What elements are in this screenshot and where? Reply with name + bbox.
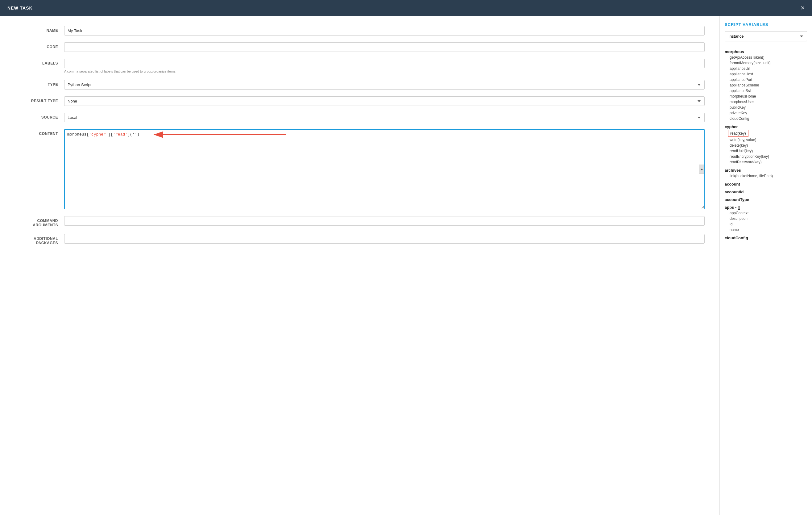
category-label: cloudConfig bbox=[725, 236, 807, 240]
modal-header: NEW TASK × bbox=[0, 0, 812, 16]
script-var-item[interactable]: morpheusUser bbox=[725, 99, 807, 105]
type-row: TYPE Python Script Shell Script PowerShe… bbox=[15, 80, 705, 89]
source-label: SOURCE bbox=[15, 113, 64, 119]
source-select[interactable]: Local Repository URL bbox=[64, 113, 705, 122]
script-variables-sidebar: SCRIPT VARIABLES instance morpheus accou… bbox=[720, 16, 812, 515]
type-control: Python Script Shell Script PowerShell Sc… bbox=[64, 80, 705, 89]
script-var-item[interactable]: readUuid(key) bbox=[725, 148, 807, 154]
script-var-item[interactable]: applianceScheme bbox=[725, 82, 807, 88]
command-args-row: COMMAND ARGUMENTS bbox=[15, 216, 705, 227]
result-type-row: RESULT TYPE None Value Exit Code bbox=[15, 96, 705, 106]
content-row: CONTENT morpheus['cypher']['read']('') ► bbox=[15, 129, 705, 209]
script-var-item[interactable]: publicKey bbox=[725, 105, 807, 110]
script-var-category-morpheus: morpheusgetApiAccessToken()formatMemory(… bbox=[725, 49, 807, 121]
source-control: Local Repository URL bbox=[64, 113, 705, 122]
script-var-category-cloudConfig: cloudConfig bbox=[725, 236, 807, 240]
script-variables-list: morpheusgetApiAccessToken()formatMemory(… bbox=[725, 49, 807, 240]
script-var-item[interactable]: name bbox=[725, 227, 807, 233]
script-var-item[interactable]: write(key, value) bbox=[725, 137, 807, 143]
category-label: account bbox=[725, 182, 807, 187]
category-label: apps - [] bbox=[725, 205, 807, 210]
command-args-label: COMMAND ARGUMENTS bbox=[15, 216, 64, 227]
category-label: morpheus bbox=[725, 49, 807, 54]
script-var-item[interactable]: link(bucketName, filePath) bbox=[725, 173, 807, 179]
command-args-control bbox=[64, 216, 705, 226]
category-label: accountId bbox=[725, 190, 807, 194]
category-label: archives bbox=[725, 168, 807, 172]
result-type-control: None Value Exit Code bbox=[64, 96, 705, 106]
script-var-item[interactable]: appliancePort bbox=[725, 77, 807, 82]
script-var-item[interactable]: readPassword(key) bbox=[725, 159, 807, 165]
code-control bbox=[64, 42, 705, 52]
script-var-item[interactable]: applianceSsl bbox=[725, 88, 807, 93]
script-var-item[interactable]: morpheusHome bbox=[725, 93, 807, 99]
name-label: NAME bbox=[15, 26, 64, 33]
script-var-item[interactable]: description bbox=[725, 216, 807, 221]
additional-packages-row: ADDITIONAL PACKAGES bbox=[15, 234, 705, 245]
script-var-item[interactable]: applianceHost bbox=[725, 71, 807, 77]
content-area: morpheus['cypher']['read']('') ► bbox=[64, 129, 705, 209]
category-label: accountType bbox=[725, 197, 807, 202]
type-select[interactable]: Python Script Shell Script PowerShell Sc… bbox=[64, 80, 705, 89]
category-label: cypher bbox=[725, 125, 807, 129]
labels-row: LABELS A comma separated list of labels … bbox=[15, 59, 705, 73]
modal-title: NEW TASK bbox=[7, 5, 33, 10]
close-button[interactable]: × bbox=[801, 5, 805, 11]
labels-helper: A comma separated list of labels that ca… bbox=[64, 70, 705, 73]
result-type-select[interactable]: None Value Exit Code bbox=[64, 96, 705, 106]
script-var-category-apps---: apps - []appContextdescriptionidname bbox=[725, 205, 807, 233]
script-var-item[interactable]: appContext bbox=[725, 210, 807, 216]
modal: NEW TASK × NAME CODE LABELS bbox=[0, 0, 812, 515]
script-var-item[interactable]: applianceUrl bbox=[725, 66, 807, 71]
sidebar-title: SCRIPT VARIABLES bbox=[725, 22, 807, 27]
modal-body: NAME CODE LABELS A comma separated list … bbox=[0, 16, 812, 515]
content-control: morpheus['cypher']['read']('') ► bbox=[64, 129, 705, 209]
type-label: TYPE bbox=[15, 80, 64, 87]
script-var-category-archives: archiveslink(bucketName, filePath) bbox=[725, 168, 807, 179]
script-var-item[interactable]: id bbox=[725, 221, 807, 227]
script-var-category-account: account bbox=[725, 182, 807, 187]
additional-packages-control bbox=[64, 234, 705, 244]
script-var-category-accountType: accountType bbox=[725, 197, 807, 202]
name-control bbox=[64, 26, 705, 35]
command-args-input[interactable] bbox=[64, 216, 705, 226]
labels-input[interactable] bbox=[64, 59, 705, 68]
additional-packages-input[interactable] bbox=[64, 234, 705, 244]
content-label: CONTENT bbox=[15, 129, 64, 136]
code-label: CODE bbox=[15, 42, 64, 49]
name-row: NAME bbox=[15, 26, 705, 35]
sidebar-dropdown[interactable]: instance morpheus account bbox=[725, 31, 807, 42]
form-area: NAME CODE LABELS A comma separated list … bbox=[0, 16, 720, 515]
content-textarea[interactable] bbox=[64, 129, 705, 209]
script-var-item[interactable]: cloudConfig bbox=[725, 116, 807, 121]
script-var-item[interactable]: privateKey bbox=[725, 110, 807, 116]
labels-control: A comma separated list of labels that ca… bbox=[64, 59, 705, 73]
source-row: SOURCE Local Repository URL bbox=[15, 113, 705, 122]
code-input[interactable] bbox=[64, 42, 705, 52]
script-var-item[interactable]: getApiAccessToken() bbox=[725, 55, 807, 60]
script-var-item[interactable]: readEncryptionKey(key) bbox=[725, 154, 807, 159]
labels-label: LABELS bbox=[15, 59, 64, 65]
script-var-item[interactable]: read(key) bbox=[728, 130, 749, 137]
name-input[interactable] bbox=[64, 26, 705, 35]
additional-packages-label: ADDITIONAL PACKAGES bbox=[15, 234, 64, 245]
code-row: CODE bbox=[15, 42, 705, 52]
script-var-item[interactable]: delete(key) bbox=[725, 143, 807, 148]
script-var-item[interactable]: formatMemory(size, unit) bbox=[725, 60, 807, 66]
script-var-category-cypher: cypherread(key)write(key, value)delete(k… bbox=[725, 125, 807, 165]
script-var-category-accountId: accountId bbox=[725, 190, 807, 194]
result-type-label: RESULT TYPE bbox=[15, 96, 64, 103]
